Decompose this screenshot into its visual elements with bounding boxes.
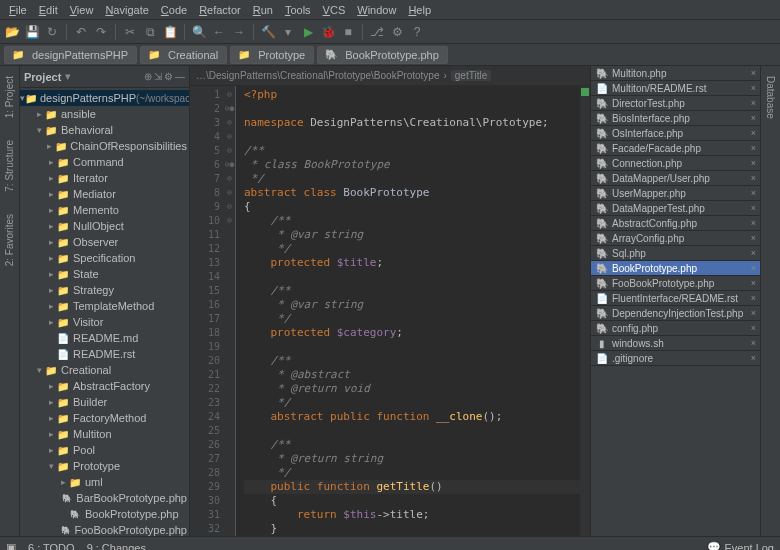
close-icon[interactable]: ×	[751, 308, 756, 318]
tab-BiosInterfacephp[interactable]: 🐘BiosInterface.php×	[591, 111, 760, 126]
code-area[interactable]: <?phpnamespace DesignPatterns\Creational…	[236, 86, 580, 536]
tree-Observer[interactable]: ▸📁Observer	[20, 234, 189, 250]
tab-DataMapperTestphp[interactable]: 🐘DataMapperTest.php×	[591, 201, 760, 216]
redo-icon[interactable]: ↷	[93, 24, 109, 40]
tab-BookPrototypephp[interactable]: 🐘BookPrototype.php×	[591, 261, 760, 276]
tab-DataMapperUserphp[interactable]: 🐘DataMapper/User.php×	[591, 171, 760, 186]
tree-Iterator[interactable]: ▸📁Iterator	[20, 170, 189, 186]
right-tab-Database[interactable]: Database	[763, 70, 778, 125]
forward-icon[interactable]: →	[231, 24, 247, 40]
tree-uml[interactable]: ▸📁uml	[20, 474, 189, 490]
tab-FooBookPrototypephp[interactable]: 🐘FooBookPrototype.php×	[591, 276, 760, 291]
vcs-icon[interactable]: ⎇	[369, 24, 385, 40]
paste-icon[interactable]: 📋	[162, 24, 178, 40]
tree-Command[interactable]: ▸📁Command	[20, 154, 189, 170]
close-icon[interactable]: ×	[751, 293, 756, 303]
tree-NullObject[interactable]: ▸📁NullObject	[20, 218, 189, 234]
tree-ansible[interactable]: ▸📁ansible	[20, 106, 189, 122]
tree-ChainOfResponsibilities[interactable]: ▸📁ChainOfResponsibilities	[20, 138, 189, 154]
menu-code[interactable]: Code	[156, 4, 192, 16]
gutter-marks[interactable]: ⊖⊖●⊖⊖⊖⊖●⊖⊖⊖⊖	[224, 86, 236, 536]
close-icon[interactable]: ×	[751, 143, 756, 153]
close-icon[interactable]: ×	[751, 248, 756, 258]
undo-icon[interactable]: ↶	[73, 24, 89, 40]
tab-windowssh[interactable]: ▮windows.sh×	[591, 336, 760, 351]
menu-vcs[interactable]: VCS	[318, 4, 351, 16]
hide-icon[interactable]: —	[175, 71, 185, 82]
close-icon[interactable]: ×	[751, 98, 756, 108]
cut-icon[interactable]: ✂	[122, 24, 138, 40]
tab-configphp[interactable]: 🐘config.php×	[591, 321, 760, 336]
tree-FooBookPrototypephp[interactable]: 🐘FooBookPrototype.php	[20, 522, 189, 536]
left-tab-2Favorites[interactable]: 2: Favorites	[2, 208, 17, 272]
crumb-Prototype[interactable]: 📁Prototype	[230, 46, 314, 64]
menu-tools[interactable]: Tools	[280, 4, 316, 16]
tree-designPatternsPHP[interactable]: ▾📁designPatternsPHP (~/workspace…	[20, 90, 189, 106]
close-icon[interactable]: ×	[751, 113, 756, 123]
tab-gitignore[interactable]: 📄.gitignore×	[591, 351, 760, 366]
close-icon[interactable]: ×	[751, 278, 756, 288]
copy-icon[interactable]: ⧉	[142, 24, 158, 40]
menu-run[interactable]: Run	[248, 4, 278, 16]
close-icon[interactable]: ×	[751, 158, 756, 168]
close-icon[interactable]: ×	[751, 323, 756, 333]
menu-help[interactable]: Help	[403, 4, 436, 16]
menu-window[interactable]: Window	[352, 4, 401, 16]
close-icon[interactable]: ×	[751, 203, 756, 213]
debug-icon[interactable]: 🐞	[320, 24, 336, 40]
left-tab-1Project[interactable]: 1: Project	[2, 70, 17, 124]
close-icon[interactable]: ×	[751, 218, 756, 228]
tree-BookPrototypephp[interactable]: 🐘BookPrototype.php	[20, 506, 189, 522]
menu-navigate[interactable]: Navigate	[100, 4, 153, 16]
open-icon[interactable]: 📂	[4, 24, 20, 40]
tree-Strategy[interactable]: ▸📁Strategy	[20, 282, 189, 298]
tab-Sqlphp[interactable]: 🐘Sql.php×	[591, 246, 760, 261]
tree-Specification[interactable]: ▸📁Specification	[20, 250, 189, 266]
corner-icon[interactable]: ▣	[6, 541, 16, 550]
back-icon[interactable]: ←	[211, 24, 227, 40]
tool-changes[interactable]: 9: Changes	[87, 542, 146, 551]
tab-DependencyInjectionTestphp[interactable]: 🐘DependencyInjectionTest.php×	[591, 306, 760, 321]
tree-Mediator[interactable]: ▸📁Mediator	[20, 186, 189, 202]
crumb-BookPrototypephp[interactable]: 🐘BookPrototype.php	[317, 46, 448, 64]
close-icon[interactable]: ×	[751, 233, 756, 243]
menu-view[interactable]: View	[65, 4, 99, 16]
build-icon[interactable]: 🔨	[260, 24, 276, 40]
gear-icon[interactable]: ⚙	[164, 71, 173, 82]
close-icon[interactable]: ×	[751, 128, 756, 138]
help-icon[interactable]: ?	[409, 24, 425, 40]
collapse-icon[interactable]: ⇲	[154, 71, 162, 82]
tree-Memento[interactable]: ▸📁Memento	[20, 202, 189, 218]
run-icon[interactable]: ▶	[300, 24, 316, 40]
crumb-Creational[interactable]: 📁Creational	[140, 46, 227, 64]
menu-file[interactable]: File	[4, 4, 32, 16]
stop-icon[interactable]: ■	[340, 24, 356, 40]
autoscroll-icon[interactable]: ⊕	[144, 71, 152, 82]
find-icon[interactable]: 🔍	[191, 24, 207, 40]
tab-DirectorTestphp[interactable]: 🐘DirectorTest.php×	[591, 96, 760, 111]
tree-AbstractFactory[interactable]: ▸📁AbstractFactory	[20, 378, 189, 394]
tool-todo[interactable]: 6: TODO	[28, 542, 75, 551]
tab-UserMapperphp[interactable]: 🐘UserMapper.php×	[591, 186, 760, 201]
left-tab-7Structure[interactable]: 7: Structure	[2, 134, 17, 198]
tab-FacadeFacadephp[interactable]: 🐘Facade/Facade.php×	[591, 141, 760, 156]
tree-Creational[interactable]: ▾📁Creational	[20, 362, 189, 378]
tab-OsInterfacephp[interactable]: 🐘OsInterface.php×	[591, 126, 760, 141]
tree-TemplateMethod[interactable]: ▸📁TemplateMethod	[20, 298, 189, 314]
tab-Multitonphp[interactable]: 🐘Multiton.php×	[591, 66, 760, 81]
tree-State[interactable]: ▸📁State	[20, 266, 189, 282]
project-tree[interactable]: ▾📁designPatternsPHP (~/workspace…▸📁ansib…	[20, 88, 189, 536]
tree-Prototype[interactable]: ▾📁Prototype	[20, 458, 189, 474]
close-icon[interactable]: ×	[751, 68, 756, 78]
line-gutter[interactable]: 1234567891011121314151617181920212223242…	[190, 86, 224, 536]
crumb-designPatternsPHP[interactable]: 📁designPatternsPHP	[4, 46, 137, 64]
tree-READMErst[interactable]: 📄README.rst	[20, 346, 189, 362]
tree-Pool[interactable]: ▸📁Pool	[20, 442, 189, 458]
save-icon[interactable]: 💾	[24, 24, 40, 40]
tree-Multiton[interactable]: ▸📁Multiton	[20, 426, 189, 442]
close-icon[interactable]: ×	[751, 353, 756, 363]
close-icon[interactable]: ×	[751, 173, 756, 183]
close-icon[interactable]: ×	[751, 83, 756, 93]
menu-edit[interactable]: Edit	[34, 4, 63, 16]
tab-MultitonREADMErst[interactable]: 📄Multiton/README.rst×	[591, 81, 760, 96]
